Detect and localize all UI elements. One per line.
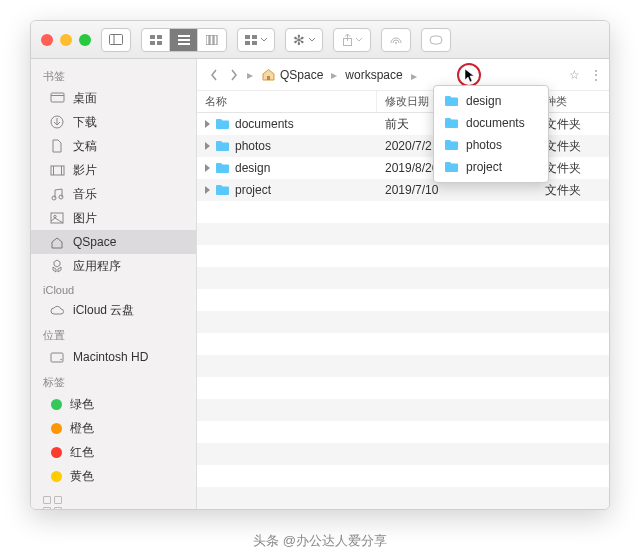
sidebar-tag[interactable]: 绿色 (31, 392, 196, 416)
file-name: project (235, 183, 271, 197)
share-button[interactable] (333, 28, 371, 52)
svg-point-18 (395, 42, 397, 44)
tag-dot (51, 423, 62, 434)
tag-button[interactable] (421, 28, 451, 52)
empty-row (197, 289, 609, 311)
sidebar-tag[interactable]: 红色 (31, 440, 196, 464)
disclosure-icon[interactable] (205, 120, 210, 128)
titlebar: ✻ (31, 21, 609, 59)
file-kind: 文件夹 (545, 138, 581, 155)
crumb-label: workspace (345, 68, 402, 82)
close-dot[interactable] (41, 34, 53, 46)
app-icon (49, 258, 65, 274)
action-button[interactable]: ✻ (285, 28, 323, 52)
tags-grid-icon[interactable] (43, 496, 184, 509)
home-icon (49, 234, 65, 250)
file-date: 前天 (385, 116, 409, 133)
zoom-dot[interactable] (79, 34, 91, 46)
more-icon[interactable]: ⋮ (590, 68, 601, 82)
home-icon (261, 68, 276, 81)
menu-item[interactable]: documents (434, 112, 548, 134)
menu-label: project (466, 160, 502, 174)
sidebar-label: QSpace (73, 235, 116, 249)
sidebar-item-documents[interactable]: 文稿 (31, 134, 196, 158)
favorite-star[interactable]: ☆ (569, 68, 580, 82)
disk-icon (49, 349, 65, 365)
crumb-label: QSpace (280, 68, 323, 82)
empty-row (197, 399, 609, 421)
sidebar-item-pictures[interactable]: 图片 (31, 206, 196, 230)
crumb-workspace[interactable]: workspace (341, 68, 406, 82)
sidebar-item-applications[interactable]: 应用程序 (31, 254, 196, 278)
sidebar-item-macintosh-hd[interactable]: Macintosh HD (31, 345, 196, 369)
cloud-icon (49, 302, 65, 318)
empty-row (197, 487, 609, 509)
disclosure-icon[interactable] (205, 164, 210, 172)
empty-row (197, 355, 609, 377)
svg-rect-10 (210, 35, 213, 45)
crumb-root[interactable]: QSpace (257, 68, 327, 82)
sidebar-label: 文稿 (73, 138, 97, 155)
disclosure-icon[interactable] (205, 186, 210, 194)
menu-item[interactable]: project (434, 156, 548, 178)
col-name[interactable]: 名称 (197, 91, 377, 112)
disclosure-icon[interactable] (205, 142, 210, 150)
sidebar-label: 桌面 (73, 90, 97, 107)
sidebar-label: Macintosh HD (73, 350, 148, 364)
sidebar-item-downloads[interactable]: 下载 (31, 110, 196, 134)
svg-rect-4 (150, 41, 155, 45)
menu-item[interactable]: photos (434, 134, 548, 156)
sidebar-label: iCloud 云盘 (73, 302, 134, 319)
sidebar-item-icloud[interactable]: iCloud 云盘 (31, 298, 196, 322)
menu-label: documents (466, 116, 525, 130)
airdrop-button[interactable] (381, 28, 411, 52)
menu-label: design (466, 94, 501, 108)
sidebar-label: 下载 (73, 114, 97, 131)
forward-button[interactable] (225, 64, 243, 86)
view-switcher[interactable] (141, 28, 227, 52)
minimize-dot[interactable] (60, 34, 72, 46)
empty-row (197, 421, 609, 443)
sidebar-label: 音乐 (73, 186, 97, 203)
svg-rect-12 (245, 35, 250, 39)
tag-dot (51, 471, 62, 482)
arrange-button[interactable] (237, 28, 275, 52)
sidebar-item-music[interactable]: 音乐 (31, 182, 196, 206)
sidebar-tag[interactable]: 橙色 (31, 416, 196, 440)
svg-rect-33 (267, 76, 270, 80)
menu-item[interactable]: design (434, 90, 548, 112)
watermark: 头条 @办公达人爱分享 (0, 532, 640, 550)
sidebar: 书签 桌面 下载 文稿 影片 音乐 图片 QSpace 应用程序 iCloud … (31, 59, 197, 509)
empty-row (197, 267, 609, 289)
svg-rect-14 (245, 41, 250, 45)
sidebar-tag[interactable]: 黄色 (31, 464, 196, 488)
music-icon (49, 186, 65, 202)
section-locations: 位置 (31, 322, 196, 345)
sidebar-item-qspace[interactable]: QSpace (31, 230, 196, 254)
movie-icon (49, 162, 65, 178)
empty-row (197, 465, 609, 487)
file-date: 2019/7/10 (385, 183, 438, 197)
tag-label: 绿色 (70, 396, 94, 413)
svg-point-30 (54, 215, 56, 217)
tag-dot (51, 447, 62, 458)
sidebar-label: 应用程序 (73, 258, 121, 275)
svg-rect-13 (252, 35, 257, 39)
file-kind: 文件夹 (545, 182, 581, 199)
back-button[interactable] (205, 64, 223, 86)
section-tags: 标签 (31, 369, 196, 392)
sidebar-item-movies[interactable]: 影片 (31, 158, 196, 182)
chevron-icon: ▸ (245, 68, 255, 82)
tag-label: 橙色 (70, 420, 94, 437)
empty-row (197, 333, 609, 355)
sidebar-toggle[interactable] (101, 28, 131, 52)
chevron-down-icon[interactable]: ▸ (409, 69, 419, 83)
file-name: photos (235, 139, 271, 153)
empty-row (197, 377, 609, 399)
svg-rect-31 (51, 353, 63, 362)
empty-row (197, 201, 609, 223)
sidebar-label: 影片 (73, 162, 97, 179)
empty-row (197, 223, 609, 245)
svg-rect-19 (430, 36, 442, 44)
sidebar-item-desktop[interactable]: 桌面 (31, 86, 196, 110)
